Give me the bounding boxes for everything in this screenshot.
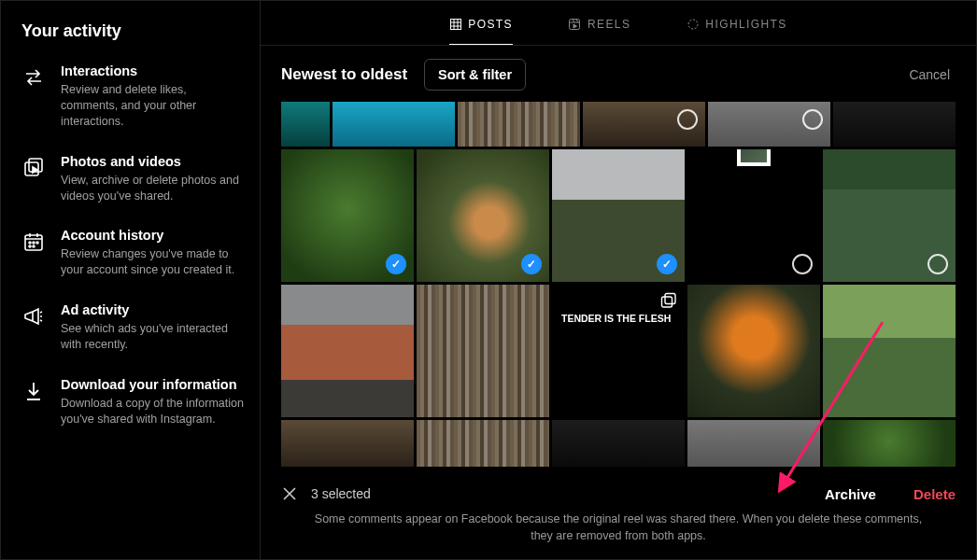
post-thumb[interactable] (281, 149, 414, 282)
highlights-icon (687, 19, 699, 31)
sidebar-item-desc: View, archive or delete photos and video… (61, 173, 245, 204)
selected-check-icon[interactable] (521, 254, 542, 274)
tab-highlights[interactable]: HIGHLIGHTS (687, 18, 786, 45)
content-tabs: POSTS REELS HIGHLIGHTS (261, 1, 976, 46)
post-thumb[interactable] (417, 149, 549, 282)
megaphone-icon (21, 304, 46, 329)
post-thumb[interactable] (281, 285, 414, 417)
reels-icon (569, 19, 581, 31)
svg-point-12 (688, 20, 698, 29)
sidebar-item-photos-videos[interactable]: Photos and videos View, archive or delet… (21, 154, 245, 204)
selection-footer: 3 selected Archive Delete Some comments … (261, 476, 976, 559)
sidebar-item-account-history[interactable]: Account history Review changes you've ma… (21, 228, 245, 278)
tab-reels[interactable]: REELS (569, 18, 630, 45)
post-thumb[interactable] (458, 102, 580, 147)
sort-filter-button[interactable]: Sort & filter (424, 59, 526, 91)
post-thumb[interactable] (281, 420, 414, 467)
sidebar-item-desc: Review changes you've made to your accou… (61, 246, 245, 278)
sidebar: Your activity Interactions Review and de… (1, 1, 261, 559)
arrows-swap-icon (21, 65, 46, 90)
post-thumb[interactable] (552, 420, 685, 467)
svg-point-5 (33, 242, 35, 244)
posts-grid: TENDER IS THE FLESH (261, 102, 976, 476)
svg-rect-9 (450, 20, 460, 30)
post-thumb[interactable] (333, 102, 455, 147)
select-ring-icon[interactable] (792, 254, 813, 274)
sidebar-item-label: Interactions (61, 63, 245, 78)
archive-button[interactable]: Archive (825, 486, 876, 502)
carousel-icon (660, 292, 677, 309)
select-ring-icon[interactable] (927, 254, 948, 274)
cancel-button[interactable]: Cancel (909, 67, 956, 82)
tab-label: HIGHLIGHTS (705, 18, 786, 31)
post-thumb[interactable] (823, 149, 956, 282)
footer-note: Some comments appear on Facebook because… (281, 511, 956, 544)
post-thumb[interactable] (687, 149, 820, 282)
download-icon (21, 379, 46, 403)
delete-button[interactable]: Delete (913, 486, 956, 502)
post-thumb[interactable] (823, 285, 956, 417)
sidebar-item-desc: Review and delete likes, comments, and y… (61, 82, 245, 130)
close-selection-button[interactable] (281, 485, 298, 502)
tab-label: POSTS (468, 18, 513, 31)
post-thumb[interactable] (583, 102, 705, 147)
sidebar-item-label: Account history (61, 228, 245, 243)
tab-posts[interactable]: POSTS (449, 18, 513, 45)
selected-count: 3 selected (311, 486, 371, 501)
sidebar-item-interactions[interactable]: Interactions Review and delete likes, co… (21, 63, 245, 130)
post-thumb[interactable] (552, 149, 685, 282)
sidebar-item-download-info[interactable]: Download your information Download a cop… (21, 377, 245, 427)
grid-icon (449, 19, 461, 31)
cover-text: TENDER IS THE FLESH (561, 313, 671, 324)
sidebar-item-label: Photos and videos (61, 154, 245, 169)
svg-point-7 (29, 245, 31, 247)
media-stack-icon (21, 156, 46, 180)
post-thumb[interactable]: TENDER IS THE FLESH (552, 285, 685, 417)
selected-check-icon[interactable] (657, 254, 677, 274)
post-thumb[interactable] (417, 420, 549, 467)
svg-rect-14 (662, 297, 673, 307)
post-thumb[interactable] (281, 102, 330, 147)
svg-rect-13 (665, 294, 675, 304)
post-thumb[interactable] (687, 420, 820, 467)
selected-check-icon[interactable] (386, 254, 406, 274)
post-thumb[interactable] (417, 285, 549, 417)
sidebar-heading: Your activity (21, 21, 245, 41)
svg-point-6 (36, 242, 38, 244)
select-ring-icon[interactable] (677, 109, 698, 130)
svg-marker-11 (573, 24, 577, 28)
sort-order-label: Newest to oldest (281, 65, 407, 84)
post-thumb[interactable] (687, 285, 820, 417)
svg-point-4 (29, 242, 31, 244)
svg-point-8 (33, 245, 35, 247)
toolbar: Newest to oldest Sort & filter Cancel (261, 46, 976, 102)
sidebar-item-label: Download your information (61, 377, 245, 392)
sidebar-item-ad-activity[interactable]: Ad activity See which ads you've interac… (21, 302, 245, 353)
calendar-icon (21, 230, 46, 254)
post-thumb[interactable] (823, 420, 956, 467)
select-ring-icon[interactable] (802, 109, 823, 130)
sidebar-item-desc: See which ads you've interacted with rec… (61, 321, 245, 353)
tab-label: REELS (588, 18, 630, 31)
post-thumb[interactable] (708, 102, 830, 147)
main: POSTS REELS HIGHLIGHTS Newest to oldest … (261, 1, 976, 559)
sidebar-item-label: Ad activity (61, 302, 245, 317)
post-thumb[interactable] (833, 102, 956, 147)
sidebar-item-desc: Download a copy of the information you'v… (61, 396, 245, 427)
